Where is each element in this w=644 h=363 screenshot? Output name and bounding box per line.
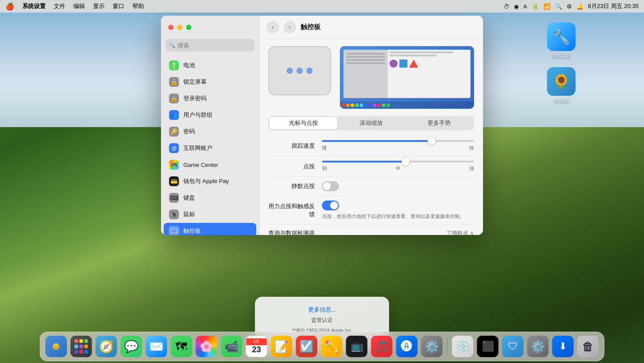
menubar-item-edit[interactable]: 编辑 bbox=[73, 2, 85, 10]
dock-separator bbox=[447, 337, 448, 355]
search-icon: 🔍 bbox=[169, 43, 175, 48]
gamecenter-sidebar-icon: 🎮 bbox=[169, 160, 179, 170]
sidebar-item-lockscreen[interactable]: 🔒 锁定屏幕 bbox=[164, 74, 256, 90]
silent-click-label: 静默点按 bbox=[268, 182, 322, 190]
search-input[interactable] bbox=[178, 42, 251, 49]
trash-icon: 🗑 bbox=[577, 336, 599, 357]
apple-menu[interactable]: 🍎 bbox=[5, 2, 14, 11]
siri-icon[interactable]: ◉ bbox=[514, 3, 519, 10]
mouse-sidebar-icon: 🖱 bbox=[169, 209, 179, 219]
dock-item-maps[interactable]: 🗺 bbox=[170, 335, 193, 358]
dock-item-reminders[interactable]: ☑️ bbox=[295, 335, 318, 358]
forward-button[interactable]: › bbox=[284, 21, 296, 34]
dock-item-terminal[interactable]: ⬛ bbox=[476, 335, 500, 358]
force-click-toggle[interactable] bbox=[322, 201, 339, 210]
menubar-item-help[interactable]: 帮助 bbox=[132, 2, 144, 10]
silent-click-control bbox=[322, 181, 474, 191]
sidebar-item-keyboard[interactable]: ⌨ 键盘 bbox=[164, 190, 256, 206]
sidebar-item-usersgroups[interactable]: 👥 用户与群组 bbox=[164, 107, 256, 123]
tab-point-click[interactable]: 光标与点按 bbox=[269, 117, 337, 129]
menubar-item-window[interactable]: 窗口 bbox=[113, 2, 124, 10]
svg-text:😊: 😊 bbox=[52, 343, 60, 350]
dock: 😊 🧭 💬 ✉️ bbox=[40, 332, 605, 361]
about-certification[interactable]: 监管认证 bbox=[264, 316, 380, 324]
dock-item-appletv[interactable]: 📺 bbox=[345, 335, 369, 358]
syspref-icon: ⚙️ bbox=[421, 336, 443, 357]
search-icon[interactable]: 🔍 bbox=[555, 3, 562, 10]
window-close-button[interactable] bbox=[168, 25, 174, 30]
loginpassword-label: 登录密码 bbox=[183, 94, 207, 102]
menubar-item-system-settings[interactable]: 系统设置 bbox=[22, 2, 46, 10]
tracking-speed-slider[interactable] bbox=[322, 140, 474, 142]
keyboard-sidebar-icon: ⌨ bbox=[169, 193, 179, 203]
about-more-info[interactable]: 更多信息... bbox=[264, 306, 380, 314]
dock-item-freeform[interactable]: ✏️ bbox=[320, 335, 343, 358]
lookup-detector-right: 三指轻点 ∧ bbox=[322, 230, 474, 235]
dock-item-photos[interactable]: 🌸 bbox=[195, 335, 218, 358]
sidebar-item-trackpad[interactable]: 触控板 bbox=[164, 223, 256, 235]
click-slider[interactable] bbox=[322, 161, 474, 162]
dock-item-downloads[interactable]: ⬇ bbox=[551, 335, 575, 358]
tabs-bar: 光标与点按 滚动缩放 更多手势 bbox=[268, 116, 474, 130]
gamecenter-label: Game Center bbox=[183, 162, 218, 168]
shape-circle bbox=[390, 60, 398, 68]
dock-item-facetime[interactable]: 📹 bbox=[220, 335, 243, 358]
dock-item-calendar[interactable]: 8月 23 bbox=[245, 335, 268, 358]
notes-icon: 📝 bbox=[271, 336, 292, 357]
window-maximize-button[interactable] bbox=[186, 25, 191, 30]
keyboard-icon[interactable]: A bbox=[523, 3, 527, 10]
tab-scroll-zoom[interactable]: 滚动缩放 bbox=[337, 117, 405, 129]
tracking-speed-fill bbox=[322, 140, 432, 142]
downloads-icon: ⬇ bbox=[552, 336, 574, 357]
wifi-icon[interactable]: 📶 bbox=[543, 3, 551, 10]
dock-item-safari[interactable]: 🧭 bbox=[95, 335, 118, 358]
sidebar-item-battery[interactable]: 🔋 电池 bbox=[164, 57, 256, 73]
dock-item-music[interactable]: 🎵 bbox=[370, 335, 394, 358]
lookup-detector-row: 查询与数据检测器 三指轻点 ∧ bbox=[268, 225, 474, 235]
sidebar-line-1 bbox=[346, 53, 385, 55]
launchpad-icon bbox=[71, 336, 92, 357]
sidebar-item-internet[interactable]: @ 互联网账户 bbox=[164, 140, 256, 156]
window-minimize-button[interactable] bbox=[177, 25, 182, 30]
debug-tool-label: 调试工具 bbox=[551, 53, 571, 60]
silent-click-toggle[interactable] bbox=[322, 181, 339, 191]
color-red bbox=[342, 103, 345, 107]
dock-item-mail[interactable]: ✉️ bbox=[145, 335, 168, 358]
screentime-icon[interactable]: ⏱ bbox=[504, 3, 509, 10]
desktop-icon-debug-tool[interactable]: 🔧 调试工具 bbox=[543, 22, 579, 60]
dock-item-trash[interactable]: 🗑 bbox=[576, 335, 600, 358]
controlcenter-icon[interactable]: ⚙ bbox=[567, 3, 572, 10]
keyboard-label: 键盘 bbox=[183, 194, 195, 202]
svg-rect-0 bbox=[171, 229, 177, 233]
dock-item-syspref[interactable]: ⚙️ bbox=[420, 335, 444, 358]
sidebar-item-mouse[interactable]: 🖱 鼠标 bbox=[164, 206, 256, 222]
notification-icon[interactable]: 🔔 bbox=[576, 3, 584, 10]
force-click-row: 用力点按和触感反馈 点按，然后用力地按下以进行快速查看、查询以及变速媒体控制。 bbox=[268, 196, 474, 225]
sidebar-item-loginpassword[interactable]: 🔒 登录密码 bbox=[164, 90, 256, 107]
sidebar-item-gamecenter[interactable]: 🎮 Game Center bbox=[164, 157, 256, 173]
dock-item-syspref2[interactable]: ⚙️ bbox=[526, 335, 550, 358]
dock-item-mullvad[interactable]: 🛡 bbox=[501, 335, 525, 358]
back-button[interactable]: ‹ bbox=[267, 21, 279, 34]
dock-item-finder[interactable]: 😊 bbox=[45, 335, 68, 358]
finder-icon: 😊 bbox=[46, 336, 67, 357]
sidebar-item-password[interactable]: 🔑 密码 bbox=[164, 124, 256, 140]
force-click-description: 点按，然后用力地按下以进行快速查看、查询以及变速媒体控制。 bbox=[322, 213, 474, 220]
search-box[interactable]: 🔍 bbox=[165, 39, 254, 51]
dock-item-notes[interactable]: 📝 bbox=[270, 335, 293, 358]
tracking-speed-label: 跟踪速度 bbox=[268, 142, 322, 150]
tracking-speed-thumb[interactable] bbox=[428, 137, 436, 145]
dock-item-launchpad[interactable] bbox=[70, 335, 93, 358]
menubar-item-file[interactable]: 文件 bbox=[54, 2, 65, 10]
desktop-icon-sunflower[interactable]: 🌻 向日葵 bbox=[543, 67, 579, 104]
menubar-item-display[interactable]: 显示 bbox=[93, 2, 105, 10]
dock-item-appstore[interactable]: 🅐 bbox=[395, 335, 419, 358]
sidebar-item-wallet[interactable]: 💳 钱包与 Apple Pay bbox=[164, 173, 256, 189]
tab-more-gestures[interactable]: 更多手势 bbox=[405, 117, 473, 129]
dock-item-diskutil[interactable]: 💿 bbox=[451, 335, 475, 358]
sidebar-line-4 bbox=[346, 62, 385, 64]
dock-item-messages[interactable]: 💬 bbox=[120, 335, 143, 358]
battery-icon[interactable]: 🔋 bbox=[532, 3, 539, 10]
click-row: 点按 弱 中 强 bbox=[268, 156, 474, 177]
click-thumb[interactable] bbox=[402, 158, 410, 166]
